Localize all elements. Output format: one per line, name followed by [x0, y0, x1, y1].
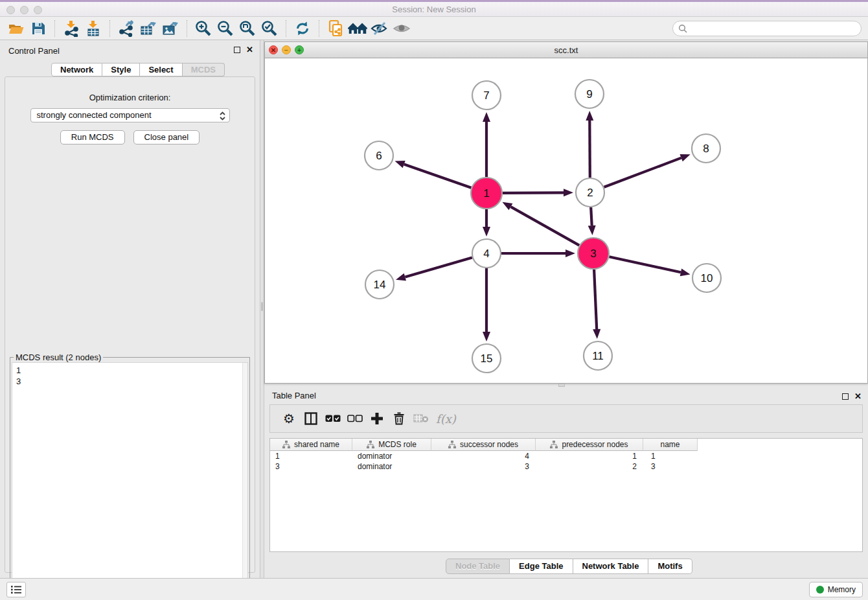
zoom-out-button[interactable]	[216, 19, 235, 38]
table-cell[interactable]: 3	[431, 461, 536, 472]
graph-edge[interactable]	[589, 121, 590, 178]
graph-edge-arrowhead	[483, 227, 490, 237]
graph-edge[interactable]	[604, 158, 681, 187]
tab-mcds[interactable]: MCDS	[183, 63, 225, 76]
graph-node-label: 10	[701, 272, 713, 284]
graph-edge[interactable]	[404, 165, 472, 188]
graph-edge[interactable]	[594, 270, 597, 329]
export-network-button[interactable]	[117, 19, 136, 38]
tab-style[interactable]: Style	[102, 63, 140, 76]
tab-motifs[interactable]: Motifs	[648, 559, 692, 574]
import-table-button[interactable]	[84, 19, 103, 38]
list-icon	[11, 585, 21, 594]
table-row[interactable]: 1dominator411	[270, 451, 862, 461]
memory-button[interactable]: Memory	[809, 582, 863, 597]
mcds-result-title: MCDS result (2 nodes)	[14, 352, 103, 362]
first-neighbors-button[interactable]	[348, 19, 367, 38]
table-cell[interactable]: 4	[431, 451, 536, 461]
splitter-handle[interactable]	[261, 302, 263, 311]
graph-edge[interactable]	[503, 192, 564, 193]
graph-node-label: 6	[376, 150, 382, 162]
result-scrollbar[interactable]	[242, 363, 247, 598]
refresh-button[interactable]	[293, 19, 312, 38]
eye-slash-icon	[371, 21, 389, 36]
graph-edge[interactable]	[609, 257, 681, 272]
export-table-button[interactable]	[139, 19, 158, 38]
close-panel-icon[interactable]: ✕	[246, 47, 253, 53]
column-header[interactable]: MCDS role	[352, 439, 431, 451]
hide-selected-button[interactable]	[370, 19, 389, 38]
network-view-window: ✕ − + scc.txt 7968124314101511	[264, 41, 868, 384]
column-header[interactable]: shared name	[270, 439, 352, 451]
search-box[interactable]	[672, 21, 862, 36]
float-panel-icon[interactable]	[234, 47, 240, 53]
criterion-select[interactable]: strongly connected component	[30, 108, 230, 122]
zoom-fit-button[interactable]	[238, 19, 257, 38]
delete-column-button[interactable]	[388, 409, 410, 428]
table-cell[interactable]: 1	[643, 451, 698, 461]
graph-edge-arrowhead	[680, 268, 691, 276]
split-columns-button[interactable]	[300, 409, 322, 428]
table-settings-button[interactable]: ⚙	[278, 409, 300, 428]
export-network-icon	[118, 20, 135, 37]
table-panel-title: Table Panel	[272, 391, 316, 400]
vertical-splitter[interactable]	[260, 40, 264, 578]
export-image-button[interactable]	[161, 19, 180, 38]
table-cell[interactable]: 2	[536, 461, 643, 472]
mcds-panel: Optimization criterion: strongly connect…	[5, 76, 255, 573]
table-cell[interactable]: dominator	[352, 451, 431, 461]
graph-edge-arrowhead	[680, 154, 691, 161]
table-cell[interactable]: 3	[643, 461, 698, 472]
tab-network-table[interactable]: Network Table	[573, 559, 649, 574]
create-column-button[interactable]	[366, 409, 388, 428]
column-header[interactable]: successor nodes	[431, 439, 536, 451]
table-cell[interactable]: 1	[270, 451, 352, 461]
tab-select[interactable]: Select	[140, 63, 182, 76]
graph-edge-arrowhead	[396, 273, 406, 281]
save-session-button[interactable]	[29, 19, 48, 38]
node-table-header: shared nameMCDS rolesuccessor nodesprede…	[270, 439, 862, 451]
copy-document-icon	[327, 19, 344, 38]
column-header[interactable]: name	[643, 439, 698, 451]
workspace-area: ✕ − + scc.txt 7968124314101511 Table Pan…	[264, 40, 868, 578]
graph-edge[interactable]	[591, 207, 592, 225]
table-cell[interactable]: 3	[270, 461, 352, 472]
function-builder-button[interactable]: f(x)	[436, 412, 456, 426]
tab-network[interactable]: Network	[51, 63, 102, 76]
show-all-button[interactable]	[392, 19, 411, 38]
mcds-result-text[interactable]: 1 3	[12, 362, 248, 599]
search-input[interactable]	[690, 24, 861, 34]
graph-node-label: 1	[483, 187, 489, 200]
tab-edge-table[interactable]: Edge Table	[510, 559, 573, 574]
graph-node-label: 3	[590, 248, 596, 260]
task-history-button[interactable]	[6, 582, 26, 597]
copy-view-button[interactable]	[326, 19, 345, 38]
graph-edge-arrowhead	[564, 189, 573, 196]
deselect-all-columns-button[interactable]	[344, 409, 366, 428]
close-panel-icon[interactable]: ✕	[854, 393, 862, 400]
network-graph[interactable]: 7968124314101511	[265, 58, 867, 383]
table-cell[interactable]: dominator	[352, 461, 431, 472]
graph-node-label: 15	[481, 352, 493, 365]
zoom-in-button[interactable]	[194, 19, 213, 38]
network-window-titlebar: ✕ − + scc.txt	[265, 42, 867, 58]
table-cell[interactable]: 1	[536, 451, 643, 461]
zoom-selected-button[interactable]	[260, 19, 279, 38]
import-table-icon	[85, 20, 102, 37]
open-session-button[interactable]	[6, 19, 26, 38]
graph-edge[interactable]	[511, 207, 580, 246]
delete-table-button[interactable]	[410, 409, 432, 428]
table-row[interactable]: 3dominator323	[270, 461, 862, 472]
close-panel-button[interactable]: Close panel	[133, 130, 200, 144]
graph-edge[interactable]	[405, 257, 472, 277]
graph-edge-arrowhead	[565, 249, 575, 257]
select-all-columns-button[interactable]	[322, 409, 344, 428]
column-header[interactable]: predecessor nodes	[536, 439, 643, 451]
node-table[interactable]: shared nameMCDS rolesuccessor nodesprede…	[269, 438, 863, 552]
import-network-button[interactable]	[62, 19, 81, 38]
run-mcds-button[interactable]: Run MCDS	[60, 130, 125, 144]
tab-node-table[interactable]: Node Table	[446, 559, 510, 574]
control-panel-title: Control Panel	[8, 46, 60, 56]
status-bar: Memory	[0, 578, 868, 600]
float-panel-icon[interactable]	[842, 393, 849, 400]
